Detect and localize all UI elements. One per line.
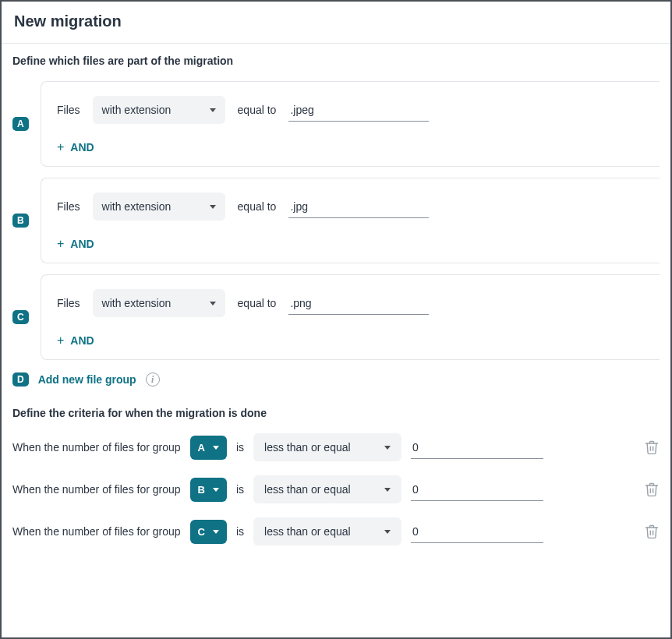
files-label: Files — [57, 297, 80, 309]
operator-value: less than or equal — [264, 525, 351, 538]
chevron-down-icon — [384, 530, 391, 534]
threshold-input[interactable] — [411, 478, 543, 501]
group-select-value: A — [198, 442, 205, 454]
chevron-down-icon — [213, 446, 219, 450]
criteria-row: When the number of files for group A is … — [12, 433, 660, 461]
group-letter-chip: D — [12, 372, 29, 387]
chevron-down-icon — [210, 108, 216, 112]
chevron-down-icon — [384, 488, 391, 492]
files-label: Files — [57, 104, 80, 116]
operator-select[interactable]: less than or equal — [253, 433, 401, 461]
plus-icon: + — [57, 334, 64, 347]
criteria-prefix: When the number of files for group — [12, 483, 181, 496]
file-group-c: C Files with extension equal to + AND — [12, 274, 660, 360]
chevron-down-icon — [213, 530, 219, 534]
operator-value: less than or equal — [264, 483, 351, 496]
threshold-input[interactable] — [411, 521, 543, 543]
equal-to-label: equal to — [238, 104, 277, 116]
group-select-value: B — [198, 484, 205, 496]
file-group-b: B Files with extension equal to + AND — [12, 178, 660, 263]
filter-type-select[interactable]: with extension — [93, 192, 225, 221]
criteria-group-select[interactable]: A — [190, 436, 227, 460]
is-label: is — [236, 441, 244, 454]
is-label: is — [236, 483, 244, 496]
select-value: with extension — [102, 297, 172, 309]
plus-icon: + — [57, 141, 64, 154]
operator-select[interactable]: less than or equal — [253, 517, 401, 545]
dialog-title: New migration — [14, 12, 658, 30]
criteria-prefix: When the number of files for group — [12, 441, 181, 454]
section-criteria-label: Define the criteria for when the migrati… — [12, 407, 660, 419]
file-group-a: A Files with extension equal to + AND — [12, 81, 660, 167]
filter-value-input[interactable] — [288, 196, 429, 218]
group-letter-chip: C — [12, 310, 29, 324]
filter-type-select[interactable]: with extension — [93, 96, 225, 124]
filter-type-select[interactable]: with extension — [93, 289, 225, 317]
dialog-header: New migration — [2, 2, 670, 44]
criteria-row: When the number of files for group C is … — [12, 517, 660, 545]
and-label: AND — [70, 238, 94, 250]
operator-value: less than or equal — [264, 441, 351, 454]
trash-icon[interactable] — [644, 439, 660, 456]
trash-icon[interactable] — [644, 481, 660, 498]
criteria-group-select[interactable]: C — [190, 520, 227, 544]
operator-select[interactable]: less than or equal — [253, 475, 401, 503]
trash-icon[interactable] — [644, 523, 660, 540]
and-label: AND — [70, 141, 94, 154]
chevron-down-icon — [210, 205, 216, 209]
criteria-group-select[interactable]: B — [190, 478, 227, 502]
select-value: with extension — [102, 104, 172, 116]
select-value: with extension — [102, 200, 172, 213]
filter-value-input[interactable] — [288, 292, 429, 315]
filter-value-input[interactable] — [288, 99, 429, 122]
and-label: AND — [70, 334, 94, 347]
chevron-down-icon — [210, 302, 216, 305]
info-icon[interactable]: i — [146, 372, 160, 387]
equal-to-label: equal to — [238, 200, 277, 213]
criteria-row: When the number of files for group B is … — [12, 475, 660, 503]
group-letter-chip: A — [12, 117, 29, 131]
group-select-value: C — [198, 526, 205, 538]
is-label: is — [236, 525, 244, 538]
chevron-down-icon — [213, 488, 219, 492]
files-label: Files — [57, 200, 80, 213]
and-button[interactable]: + AND — [57, 238, 94, 250]
equal-to-label: equal to — [238, 297, 277, 309]
chevron-down-icon — [384, 446, 391, 450]
threshold-input[interactable] — [411, 436, 543, 459]
add-file-group-button[interactable]: Add new file group — [38, 373, 136, 386]
and-button[interactable]: + AND — [57, 141, 94, 154]
group-letter-chip: B — [12, 214, 29, 228]
criteria-prefix: When the number of files for group — [12, 525, 181, 538]
section-files-label: Define which files are part of the migra… — [12, 55, 660, 67]
and-button[interactable]: + AND — [57, 334, 94, 347]
plus-icon: + — [57, 238, 64, 250]
